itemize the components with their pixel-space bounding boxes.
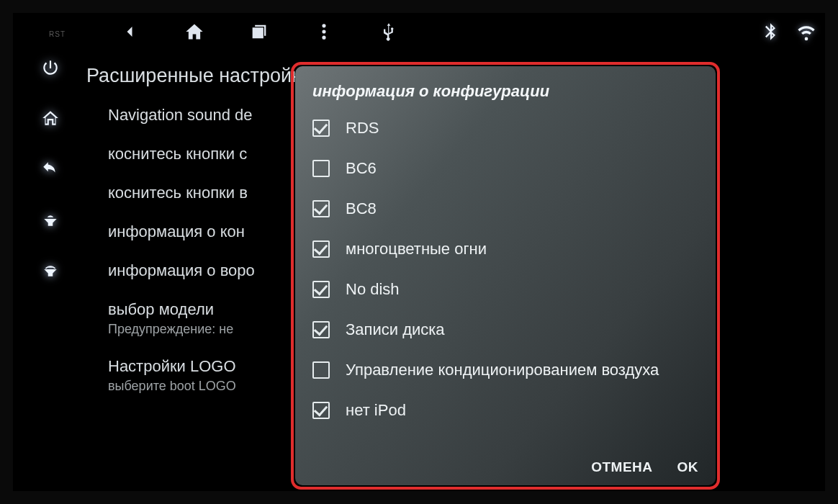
usb-icon[interactable] [378,21,400,42]
back-arrow-icon[interactable] [119,21,140,42]
option-row[interactable]: нет iPod [312,393,698,428]
checkbox-icon[interactable] [312,321,330,338]
option-row[interactable]: BC8 [312,192,698,226]
wifi-icon [796,22,816,42]
device-branding: RST [49,30,66,38]
checkbox-icon[interactable] [312,120,330,137]
recent-apps-icon[interactable] [248,21,270,42]
sidebar [36,58,65,279]
back-u-icon[interactable] [40,158,60,179]
option-label: No dish [346,280,400,298]
checkbox-icon[interactable] [312,281,330,298]
option-label: Управление кондиционированием воздуха [346,361,659,379]
power-icon[interactable] [40,58,60,78]
dialog-options: RDSBC6BC8многоцветные огниNo dishЗаписи … [312,111,698,451]
config-dialog-highlight: информация о конфигурации RDSBC6BC8много… [291,62,720,490]
option-row[interactable]: многоцветные огни [312,232,698,266]
volume-up-icon[interactable] [40,259,60,279]
option-label: BC6 [346,159,377,177]
checkbox-icon[interactable] [312,402,330,419]
checkbox-icon[interactable] [312,361,330,379]
checkbox-icon[interactable] [312,240,330,258]
option-row[interactable]: Управление кондиционированием воздуха [312,353,698,387]
dialog-title: информация о конфигурации [312,82,698,101]
dialog-actions: ОТМЕНА OK [312,451,698,475]
option-row[interactable]: Записи диска [312,312,698,347]
overflow-menu-icon[interactable] [313,21,335,42]
svg-point-1 [322,30,325,33]
checkbox-icon[interactable] [312,200,330,217]
option-label: BC8 [346,199,377,217]
option-label: RDS [346,119,379,137]
status-icons [760,22,816,42]
checkbox-icon[interactable] [312,160,330,177]
option-row[interactable]: No dish [312,272,698,307]
home-icon[interactable] [184,21,205,42]
volume-down-icon[interactable] [40,209,60,229]
option-label: Записи диска [346,320,445,338]
svg-point-2 [322,36,325,40]
bluetooth-icon [760,22,780,42]
config-dialog: информация о конфигурации RDSBC6BC8много… [295,66,716,485]
option-row[interactable]: BC6 [312,151,698,186]
cancel-button[interactable]: ОТМЕНА [591,459,652,475]
option-label: многоцветные огни [346,240,487,258]
svg-point-0 [322,24,325,27]
ok-button[interactable]: OK [677,459,699,475]
option-row[interactable]: RDS [312,111,698,145]
top-toolbar [119,16,809,48]
option-label: нет iPod [346,401,406,419]
home-outline-icon[interactable] [40,108,60,128]
